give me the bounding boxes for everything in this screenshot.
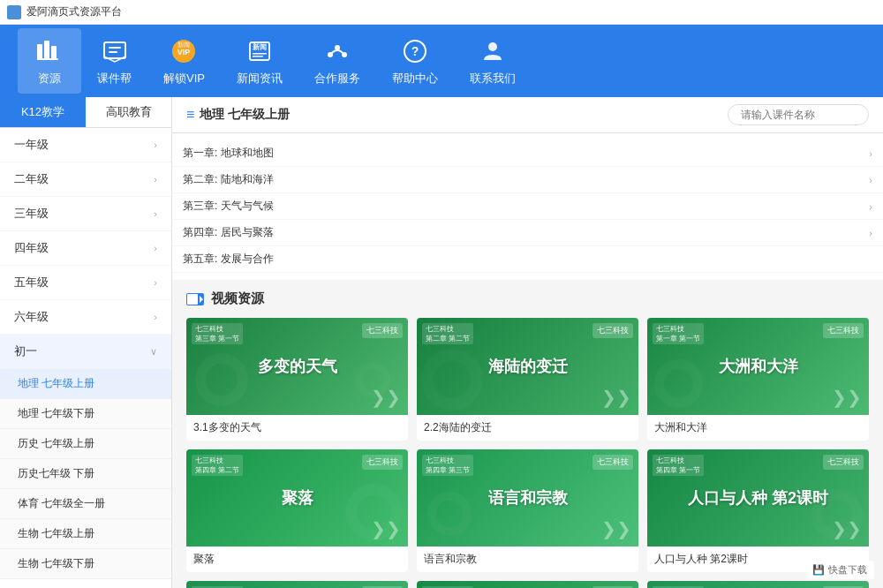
badge-4: 七三科技第四章 第三节 — [422, 455, 473, 476]
nav-item-news[interactable]: 新闻 新闻资讯 — [221, 28, 298, 94]
video-card-8[interactable]: 七三科技第一章 第三节 七三科技 地球的运动 ❯❯ 地球的运动 课时1 — [647, 581, 869, 588]
resources-icon — [34, 35, 65, 67]
chapter-item-2[interactable]: 第三章: 天气与气候 › — [172, 193, 883, 220]
sidebar-sub-bio7a[interactable]: 生物 七年级上册 — [0, 519, 171, 549]
chapter-label-0: 第一章: 地球和地图 — [183, 146, 274, 161]
chevron-right-icon: › — [154, 174, 157, 185]
nav-item-contact[interactable]: 联系我们 — [454, 28, 532, 94]
sidebar-item-junior1[interactable]: 初一 ∨ — [0, 335, 171, 369]
titlebar-text: 爱阿滴页式资源平台 — [26, 4, 122, 19]
nav-label-resources: 资源 — [38, 71, 61, 87]
video-thumb-title-2: 大洲和大洋 — [719, 356, 798, 377]
video-thumb-title-0: 多变的天气 — [258, 356, 337, 377]
svg-text:新闻: 新闻 — [177, 41, 190, 48]
sidebar-label-grade5: 五年级 — [14, 275, 49, 290]
list-icon: ≡ — [186, 107, 194, 123]
badge-0: 七三科技第三章 第一节 — [192, 323, 243, 344]
chapter-item-4[interactable]: 第五章: 发展与合作 — [172, 246, 883, 273]
nav-label-vip: 解锁VIP — [163, 71, 205, 87]
svg-rect-0 — [37, 44, 42, 60]
video-card-2[interactable]: 七三科技第一章 第一节 七三科技 大洲和大洋 ❯❯ 大洲和大洋 — [647, 318, 869, 441]
chapter-label-1: 第二章: 陆地和海洋 — [183, 172, 274, 187]
video-grid: 七三科技第三章 第一节 七三科技 多变的天气 ❯❯ 3.1多变的天气 七三科技第… — [186, 318, 869, 588]
content-header: ≡ 地理 七年级上册 — [172, 97, 883, 133]
chapter-item-1[interactable]: 第二章: 陆地和海洋 › — [172, 167, 883, 193]
courseware-icon — [99, 35, 131, 67]
vip-icon: VIP 新闻 — [168, 35, 200, 67]
sidebar-item-grade2[interactable]: 二年级 › — [0, 162, 171, 197]
video-card-4[interactable]: 七三科技第四章 第三节 七三科技 语言和宗教 ❯❯ 语言和宗教 — [417, 449, 638, 572]
section-title-text: 视频资源 — [211, 290, 264, 307]
sidebar-sub-his7a[interactable]: 历史 七年级上册 — [0, 429, 171, 459]
chevron-right-icon: › — [869, 148, 872, 159]
sidebar-sub-items: 地理 七年级上册 地理 七年级下册 历史 七年级上册 历史七年级 下册 体育 七… — [0, 369, 171, 579]
watermark-icon: 💾 — [812, 564, 825, 576]
sidebar-item-junior2[interactable]: 初二 › — [0, 579, 171, 588]
sidebar-item-grade6[interactable]: 六年级 › — [0, 300, 171, 335]
chapter-label-2: 第三章: 天气与气候 — [183, 199, 274, 214]
badge-3: 七三科技第四章 第二节 — [192, 455, 243, 476]
nav-label-news: 新闻资讯 — [237, 71, 283, 87]
chapter-item-3[interactable]: 第四章: 居民与聚落 › — [172, 220, 883, 246]
video-card-1[interactable]: 七三科技第二章 第二节 七三科技 海陆的变迁 ❯❯ 2.2海陆的变迁 — [417, 318, 638, 441]
video-card-0[interactable]: 七三科技第三章 第一节 七三科技 多变的天气 ❯❯ 3.1多变的天气 — [186, 318, 408, 441]
nav-label-coop: 合作服务 — [314, 71, 360, 87]
sidebar-item-grade4[interactable]: 四年级 › — [0, 231, 171, 266]
sidebar-sub-his7b[interactable]: 历史七年级 下册 — [0, 459, 171, 489]
sidebar-sub-geo7b[interactable]: 地理 七年级下册 — [0, 399, 171, 429]
tab-vocational[interactable]: 高职教育 — [86, 97, 171, 127]
chevron-right-icon: › — [154, 243, 157, 253]
svg-marker-21 — [200, 296, 203, 303]
svg-rect-13 — [253, 56, 263, 57]
sidebar-sub-geo7a[interactable]: 地理 七年级上册 — [0, 369, 171, 399]
nav-item-help[interactable]: ? 帮助中心 — [376, 28, 454, 94]
titlebar: 爱阿滴页式资源平台 — [0, 0, 883, 25]
help-icon: ? — [399, 35, 431, 67]
sidebar-tabs: K12教学 高职教育 — [0, 97, 171, 128]
video-card-5[interactable]: 七三科技第四章 第一节 七三科技 人口与人种 第2课时 ❯❯ 人口与人种 第2课… — [647, 449, 869, 572]
svg-point-14 — [328, 52, 333, 57]
video-card-7[interactable]: 七三科技第一章 第三节 七三科技 地球的运动 ❯❯ 地球的运动 课时2 — [417, 581, 638, 588]
video-card-6[interactable]: 七三科技第一章 第二节 七三科技 地图的阅读 ❯❯ 地图的阅读 — [186, 581, 408, 588]
video-card-3[interactable]: 七三科技第四章 第二节 七三科技 聚落 ❯❯ 聚落 — [186, 449, 408, 572]
video-thumb-title-3: 聚落 — [282, 487, 313, 509]
chevron-right-icon: › — [869, 201, 872, 212]
arrows-icon: ❯❯ — [832, 387, 862, 408]
section-title: 视频资源 — [186, 290, 869, 307]
svg-rect-20 — [187, 294, 198, 305]
nav-item-coop[interactable]: 合作服务 — [298, 28, 376, 94]
sidebar-item-grade1[interactable]: 一年级 › — [0, 128, 171, 162]
watermark: 💾 快盘下载 — [805, 561, 874, 579]
tab-k12[interactable]: K12教学 — [0, 97, 86, 127]
svg-rect-1 — [44, 41, 49, 60]
video-label-1: 2.2海陆的变迁 — [417, 415, 638, 441]
svg-point-16 — [335, 45, 340, 50]
chevron-right-icon: › — [154, 208, 157, 219]
svg-rect-4 — [104, 42, 125, 58]
arrows-icon: ❯❯ — [601, 387, 631, 408]
chapter-item-0[interactable]: 第一章: 地球和地图 › — [172, 140, 883, 167]
sidebar-sub-pe7[interactable]: 体育 七年级全一册 — [0, 489, 171, 519]
video-thumb-title-5: 人口与人种 第2课时 — [688, 487, 828, 509]
chevron-down-icon: ∨ — [150, 346, 157, 358]
nav-item-resources[interactable]: 资源 — [18, 28, 81, 94]
sidebar-sub-bio7b[interactable]: 生物 七年级下册 — [0, 549, 171, 579]
nav-item-courseware[interactable]: 课件帮 — [81, 28, 147, 94]
main-layout: K12教学 高职教育 一年级 › 二年级 › 三年级 › 四年级 › 五年级 ›… — [0, 97, 883, 588]
badge-1: 七三科技第二章 第二节 — [422, 323, 473, 344]
chevron-right-icon: › — [869, 175, 872, 185]
sidebar-item-grade5[interactable]: 五年级 › — [0, 266, 171, 300]
topnav: 资源 课件帮 VIP 新闻 解锁VIP 新闻 — [0, 25, 883, 97]
nav-item-vip[interactable]: VIP 新闻 解锁VIP — [147, 28, 221, 94]
nav-label-help: 帮助中心 — [392, 71, 438, 87]
sidebar-label-grade6: 六年级 — [14, 309, 49, 325]
search-input[interactable] — [728, 104, 869, 125]
sidebar-item-grade3[interactable]: 三年级 › — [0, 197, 171, 231]
arrows-icon: ❯❯ — [371, 387, 401, 408]
breadcrumb: ≡ 地理 七年级上册 — [186, 107, 290, 123]
logo-2: 七三科技 — [823, 323, 864, 338]
video-thumb-title-4: 语言和宗教 — [488, 487, 568, 509]
chevron-right-icon: › — [154, 277, 157, 288]
sidebar: K12教学 高职教育 一年级 › 二年级 › 三年级 › 四年级 › 五年级 ›… — [0, 97, 172, 588]
app-icon — [7, 5, 21, 19]
